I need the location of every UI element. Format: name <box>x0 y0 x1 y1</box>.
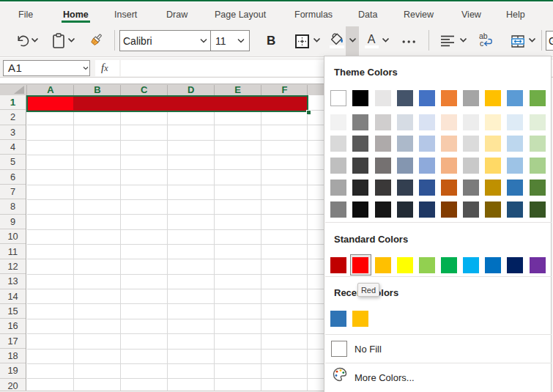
svg-text:c: c <box>480 39 483 48</box>
